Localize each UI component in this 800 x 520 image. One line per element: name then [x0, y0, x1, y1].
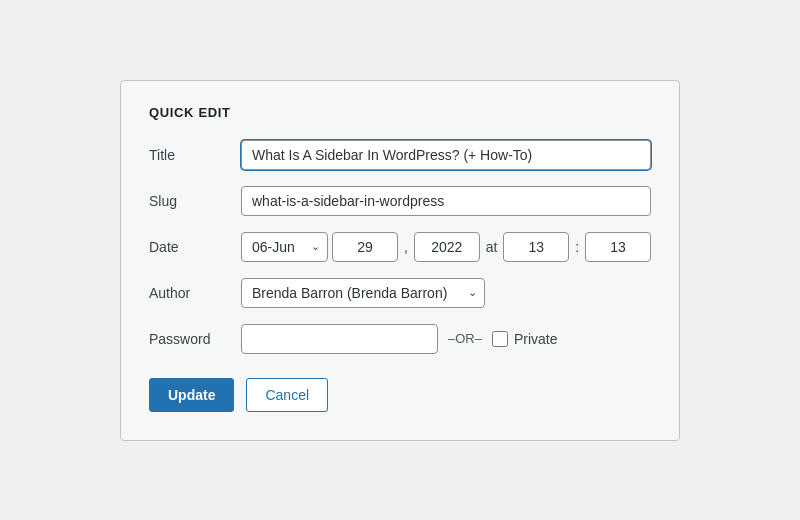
slug-input[interactable] [241, 186, 651, 216]
slug-label: Slug [149, 193, 229, 209]
password-row: Password –OR– Private [149, 324, 651, 354]
title-field [241, 140, 651, 170]
private-label: Private [514, 331, 558, 347]
password-fields: –OR– Private [241, 324, 558, 354]
day-separator: , [402, 239, 410, 255]
password-input[interactable] [241, 324, 438, 354]
cancel-button[interactable]: Cancel [246, 378, 328, 412]
slug-field [241, 186, 651, 216]
author-row: Author Brenda Barron (Brenda Barron) ⌄ [149, 278, 651, 308]
year-input[interactable] [414, 232, 480, 262]
title-label: Title [149, 147, 229, 163]
date-fields: 06-Jun ⌄ , at : [241, 232, 651, 262]
date-label: Date [149, 239, 229, 255]
panel-title: QUICK EDIT [149, 105, 651, 120]
title-input[interactable] [241, 140, 651, 170]
minute-input[interactable] [585, 232, 651, 262]
quick-edit-panel: QUICK EDIT Title Slug Date 06-Jun ⌄ , at [120, 80, 680, 441]
at-text: at [484, 239, 500, 255]
author-select-wrap: Brenda Barron (Brenda Barron) ⌄ [241, 278, 485, 308]
time-colon: : [573, 239, 581, 255]
actions-row: Update Cancel [149, 378, 651, 412]
day-input[interactable] [332, 232, 398, 262]
author-select[interactable]: Brenda Barron (Brenda Barron) [241, 278, 485, 308]
or-text: –OR– [448, 331, 482, 346]
month-select[interactable]: 06-Jun [241, 232, 328, 262]
private-checkbox[interactable] [492, 331, 508, 347]
hour-input[interactable] [503, 232, 569, 262]
title-row: Title [149, 140, 651, 170]
slug-row: Slug [149, 186, 651, 216]
update-button[interactable]: Update [149, 378, 234, 412]
password-label: Password [149, 331, 229, 347]
date-row: Date 06-Jun ⌄ , at : [149, 232, 651, 262]
author-label: Author [149, 285, 229, 301]
private-wrap: Private [492, 331, 558, 347]
month-select-wrap: 06-Jun ⌄ [241, 232, 328, 262]
